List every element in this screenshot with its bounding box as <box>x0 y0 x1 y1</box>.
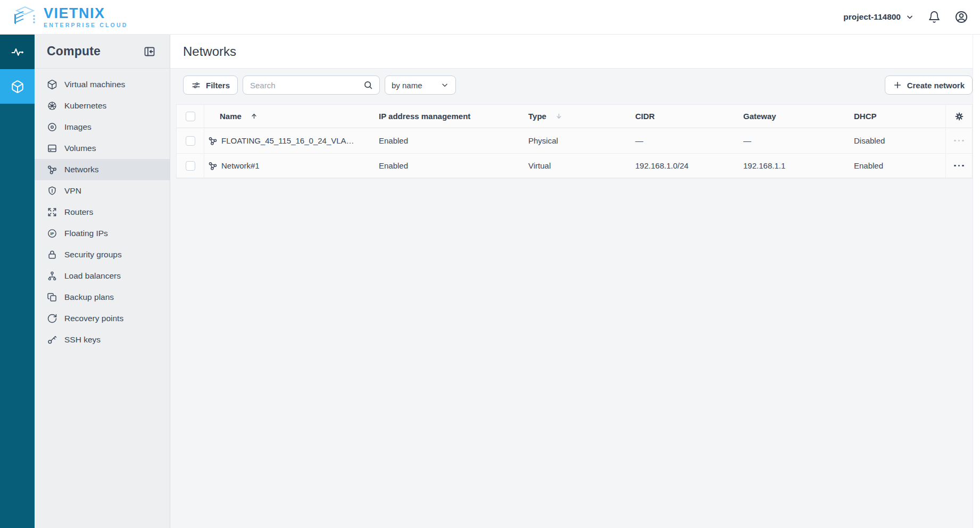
column-header-name[interactable]: Name <box>220 112 242 121</box>
toolbar: Filters by name <box>176 76 973 95</box>
search-box <box>243 76 380 95</box>
cell-gateway: 192.168.1.1 <box>735 161 845 170</box>
svg-text:IP: IP <box>50 231 54 236</box>
routes-icon <box>47 207 57 217</box>
sidebar-item-label: Load balancers <box>64 271 121 281</box>
column-header-cidr[interactable]: CIDR <box>635 112 655 121</box>
sidebar-item-vpn[interactable]: VPN <box>35 180 170 202</box>
cell-ipam: Enabled <box>370 136 520 145</box>
sidebar-menu: Virtual machines Kubernetes <box>35 69 170 350</box>
sidebar-item-recovery-points[interactable]: Recovery points <box>35 308 170 329</box>
sidebar-item-security-groups[interactable]: Security groups <box>35 244 170 265</box>
notifications-bell-icon[interactable] <box>928 11 941 23</box>
scrollbar[interactable] <box>973 35 980 528</box>
column-header-dhcp[interactable]: DHCP <box>854 112 877 121</box>
row-menu-icon[interactable] <box>952 137 966 145</box>
sidebar-header: Compute <box>35 35 170 69</box>
cube-icon <box>11 80 24 94</box>
hierarchy-icon <box>47 271 57 281</box>
topbar: VIETNIX ENTERPRISE CLOUD project-114800 <box>0 0 980 35</box>
sort-by-select[interactable]: by name <box>385 76 456 95</box>
brand-tagline: ENTERPRISE CLOUD <box>44 22 128 28</box>
sidebar-item-backup-plans[interactable]: Backup plans <box>35 287 170 308</box>
sidebar-item-routers[interactable]: Routers <box>35 202 170 223</box>
user-account-icon[interactable] <box>954 10 968 24</box>
column-header-ipam[interactable]: IP address management <box>379 112 470 121</box>
sidebar-item-label: Security groups <box>64 250 122 259</box>
network-icon <box>47 164 57 175</box>
cell-gateway: — <box>735 136 845 145</box>
sort-by-value: by name <box>392 81 422 90</box>
cell-cidr: 192.168.1.0/24 <box>627 161 735 170</box>
sort-descending-icon[interactable] <box>555 112 563 120</box>
plus-icon <box>893 80 902 90</box>
key-icon <box>47 334 57 345</box>
main-content: Networks Filters <box>170 35 980 528</box>
networks-table: Name IP address management Type CIDR Gat… <box>176 104 973 179</box>
sidebar-item-label: Networks <box>64 165 99 174</box>
column-header-gateway[interactable]: Gateway <box>743 112 776 121</box>
sidebar-item-label: Volumes <box>64 144 96 153</box>
sidebar-item-images[interactable]: Images <box>35 116 170 138</box>
cell-type: Physical <box>520 136 627 145</box>
network-name-link[interactable]: Network#1 <box>221 161 260 170</box>
sidebar-item-label: Images <box>64 122 92 132</box>
sidebar-item-label: Routers <box>64 207 93 217</box>
row-checkbox[interactable] <box>186 136 195 146</box>
rail-item-monitoring[interactable] <box>0 35 35 69</box>
cell-ipam: Enabled <box>370 161 520 170</box>
sidebar-item-label: Virtual machines <box>64 80 125 89</box>
sidebar-item-ssh-keys[interactable]: SSH keys <box>35 329 170 350</box>
hard-drive-icon <box>47 143 57 154</box>
brand-name: VIETNIX <box>44 6 128 21</box>
sidebar-item-kubernetes[interactable]: Kubernetes <box>35 95 170 116</box>
disc-icon <box>47 122 57 132</box>
table-header-row: Name IP address management Type CIDR Gat… <box>177 105 972 128</box>
filters-button-label: Filters <box>206 81 230 90</box>
rail-item-compute[interactable] <box>0 69 35 104</box>
page-title: Networks <box>183 44 236 59</box>
sidebar-item-floating-ips[interactable]: IP Floating IPs <box>35 223 170 244</box>
search-icon[interactable] <box>363 80 373 90</box>
cell-dhcp: Enabled <box>845 161 945 170</box>
sliders-icon <box>191 80 201 90</box>
create-network-label: Create network <box>907 81 965 90</box>
collapse-sidebar-icon[interactable] <box>143 45 156 58</box>
sidebar-item-virtual-machines[interactable]: Virtual machines <box>35 74 170 95</box>
sidebar: Compute Virtual machines <box>35 35 170 528</box>
column-header-type[interactable]: Type <box>528 112 546 121</box>
project-selector[interactable]: project-114800 <box>843 12 914 22</box>
row-checkbox[interactable] <box>186 161 195 171</box>
sidebar-item-load-balancers[interactable]: Load balancers <box>35 265 170 287</box>
network-name-link[interactable]: FLOATING_45_115_16_0_24_VLA… <box>221 136 354 145</box>
sidebar-item-volumes[interactable]: Volumes <box>35 138 170 159</box>
sidebar-item-label: VPN <box>64 186 81 196</box>
cube-icon <box>47 79 57 90</box>
shield-icon <box>47 186 57 196</box>
create-network-button[interactable]: Create network <box>885 76 973 95</box>
floating-ip-icon: IP <box>47 228 57 239</box>
sort-ascending-icon[interactable] <box>250 112 258 120</box>
copy-icon <box>47 292 57 303</box>
cell-dhcp: Disabled <box>845 136 945 145</box>
brand-logo[interactable]: VIETNIX ENTERPRISE CLOUD <box>10 4 128 30</box>
sidebar-item-label: Kubernetes <box>64 101 106 111</box>
table-settings-gear-icon[interactable] <box>954 111 965 122</box>
sidebar-item-label: Floating IPs <box>64 229 108 238</box>
restore-icon <box>47 313 57 324</box>
search-input[interactable] <box>243 76 380 95</box>
filters-button[interactable]: Filters <box>183 76 238 95</box>
sidebar-title: Compute <box>47 44 101 58</box>
select-all-checkbox[interactable] <box>186 112 195 121</box>
page-header: Networks <box>170 35 980 69</box>
app-rail <box>0 35 35 528</box>
sidebar-item-label: SSH keys <box>64 335 101 345</box>
cell-cidr: — <box>627 136 735 145</box>
row-menu-icon[interactable] <box>952 162 966 170</box>
chevron-down-icon <box>906 13 914 21</box>
sidebar-item-networks[interactable]: Networks <box>35 159 170 180</box>
sidebar-item-label: Backup plans <box>64 292 114 302</box>
network-icon <box>208 161 218 171</box>
activity-icon <box>11 45 24 59</box>
network-icon <box>208 136 218 146</box>
